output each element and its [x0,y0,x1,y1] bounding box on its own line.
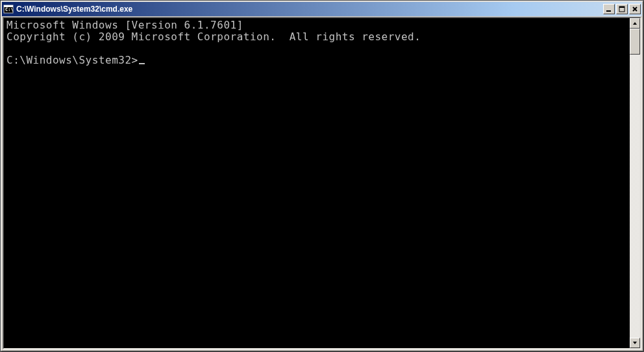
close-button[interactable] [629,4,641,14]
console-output[interactable]: Microsoft Windows [Version 6.1.7601] Cop… [4,18,630,348]
text-cursor [139,63,145,64]
chevron-up-icon [632,21,638,26]
titlebar-buttons [603,4,641,14]
cmd-window: C:\ C:\Windows\System32\cmd.exe [0,0,644,352]
client-area: Microsoft Windows [Version 6.1.7601] Cop… [3,18,641,349]
svg-marker-9 [633,342,637,344]
scroll-up-button[interactable] [630,18,640,29]
chevron-down-icon [632,340,638,346]
app-icon: C:\ [3,4,14,14]
minimize-icon [606,6,612,12]
scroll-down-button[interactable] [630,338,640,348]
svg-text:C:\: C:\ [5,7,14,12]
console-line: Microsoft Windows [Version 6.1.7601] [6,19,243,31]
titlebar[interactable]: C:\ C:\Windows\System32\cmd.exe [2,2,642,16]
svg-rect-3 [606,10,611,12]
scrollbar-track[interactable] [630,29,640,338]
maximize-icon [619,6,625,12]
window-title: C:\Windows\System32\cmd.exe [16,5,603,14]
window-frame: C:\ C:\Windows\System32\cmd.exe [1,1,643,351]
console-prompt: C:\Windows\System32> [6,54,138,66]
scrollbar-thumb[interactable] [630,29,640,55]
close-icon [632,6,638,12]
minimize-button[interactable] [603,4,615,14]
vertical-scrollbar[interactable] [630,18,640,348]
console-line: Copyright (c) 2009 Microsoft Corporation… [6,31,421,43]
svg-rect-5 [619,6,625,8]
maximize-button[interactable] [616,4,628,14]
svg-marker-8 [633,22,637,25]
client-area-border: Microsoft Windows [Version 6.1.7601] Cop… [3,17,641,349]
